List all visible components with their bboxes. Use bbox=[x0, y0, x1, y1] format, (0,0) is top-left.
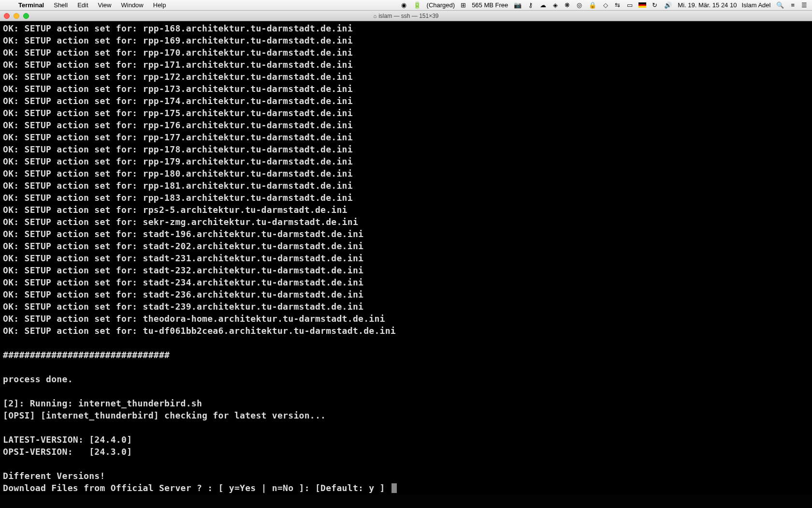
terminal-line: OK: SETUP action set for: stadt-239.arch… bbox=[3, 301, 363, 312]
window-title-text: islam — ssh — 151×39 bbox=[378, 13, 438, 19]
terminal-line: OK: SETUP action set for: sekr-zmg.archi… bbox=[3, 217, 358, 227]
menu-extras-icon[interactable]: ☰ bbox=[800, 1, 808, 9]
terminal-line: OK: SETUP action set for: rpp-172.archit… bbox=[3, 72, 353, 82]
terminal-line: OK: SETUP action set for: rpp-171.archit… bbox=[3, 60, 353, 70]
app-name[interactable]: Terminal bbox=[14, 1, 49, 9]
dropbox-icon[interactable]: ◈ bbox=[552, 1, 559, 9]
terminal-body[interactable]: OK: SETUP action set for: rpp-168.archit… bbox=[0, 21, 812, 495]
terminal-line: OK: SETUP action set for: rpp-179.archit… bbox=[3, 156, 353, 166]
minimize-button[interactable] bbox=[14, 13, 19, 19]
terminal-line: OK: SETUP action set for: rpp-169.archit… bbox=[3, 35, 353, 45]
notifications-icon[interactable]: ≡ bbox=[790, 1, 796, 9]
lock-icon[interactable]: 🔒 bbox=[588, 1, 597, 9]
battery-icon[interactable]: 🔋 bbox=[412, 1, 422, 9]
terminal-line: OK: SETUP action set for: stadt-202.arch… bbox=[3, 241, 363, 251]
terminal-line: OK: SETUP action set for: rpp-178.archit… bbox=[3, 144, 353, 154]
terminal-line: ############################### bbox=[3, 350, 170, 360]
menu-help[interactable]: Help bbox=[148, 1, 171, 9]
terminal-line: OK: SETUP action set for: stadt-232.arch… bbox=[3, 265, 363, 275]
close-button[interactable] bbox=[4, 13, 10, 19]
terminal-line: OK: SETUP action set for: theodora-home.… bbox=[3, 314, 385, 324]
menubar-left: Terminal Shell Edit View Window Help bbox=[4, 1, 171, 9]
terminal-line: OK: SETUP action set for: stadt-234.arch… bbox=[3, 277, 363, 287]
flag-de-icon[interactable] bbox=[638, 2, 646, 8]
terminal-line: process done. bbox=[3, 374, 73, 384]
terminal-line: OK: SETUP action set for: rpp-181.archit… bbox=[3, 180, 353, 191]
camera-icon[interactable]: 📷 bbox=[513, 1, 522, 9]
username[interactable]: Islam Adel bbox=[741, 1, 770, 9]
home-icon: ⌂ bbox=[373, 13, 377, 19]
terminal-line: OPSI-VERSION: [24.3.0] bbox=[3, 447, 132, 457]
spotlight-icon[interactable]: 🔍 bbox=[775, 1, 785, 9]
terminal-line: OK: SETUP action set for: rpp-176.archit… bbox=[3, 120, 353, 130]
menu-edit[interactable]: Edit bbox=[72, 1, 93, 9]
key-icon[interactable]: ⚷ bbox=[527, 1, 534, 9]
terminal-line: OK: SETUP action set for: stadt-196.arch… bbox=[3, 229, 363, 239]
volume-icon[interactable]: 🔊 bbox=[663, 1, 673, 9]
terminal-line: OK: SETUP action set for: rpp-175.archit… bbox=[3, 108, 353, 118]
zoom-button[interactable] bbox=[23, 13, 29, 19]
datetime[interactable]: Mi. 19. Mär. 15 24 10 bbox=[678, 1, 737, 9]
memory-free[interactable]: 565 MB Free bbox=[472, 1, 508, 9]
terminal-prompt[interactable]: Download Files from Official Server ? : … bbox=[3, 483, 391, 493]
menu-shell[interactable]: Shell bbox=[49, 1, 72, 9]
terminal-line: OK: SETUP action set for: rpp-180.archit… bbox=[3, 168, 353, 179]
terminal-line: OK: SETUP action set for: rpp-174.archit… bbox=[3, 96, 353, 106]
sync-icon[interactable]: ◉ bbox=[400, 1, 407, 9]
cloud-icon[interactable]: ☁ bbox=[539, 1, 547, 9]
menubar: Terminal Shell Edit View Window Help ◉ 🔋… bbox=[0, 0, 812, 11]
terminal-line: LATEST-VERSION: [24.4.0] bbox=[3, 434, 132, 445]
terminal-line: OK: SETUP action set for: stadt-236.arch… bbox=[3, 289, 363, 299]
terminal-line: OK: SETUP action set for: rps2-5.archite… bbox=[3, 205, 348, 215]
terminal-line: [2]: Running: internet_thunderbird.sh bbox=[3, 398, 202, 408]
memory-icon[interactable]: ⊞ bbox=[460, 1, 467, 9]
terminal-line: OK: SETUP action set for: stadt-231.arch… bbox=[3, 253, 363, 263]
wifi-icon[interactable]: ◇ bbox=[602, 1, 609, 9]
terminal-line: OK: SETUP action set for: rpp-168.archit… bbox=[3, 23, 353, 33]
menu-view[interactable]: View bbox=[93, 1, 116, 9]
terminal-line: OK: SETUP action set for: rpp-177.archit… bbox=[3, 132, 353, 142]
window-titlebar[interactable]: ⌂ islam — ssh — 151×39 bbox=[0, 11, 812, 21]
terminal-line: OK: SETUP action set for: rpp-183.archit… bbox=[3, 193, 353, 203]
display-icon[interactable]: ▭ bbox=[626, 1, 634, 9]
battery-status[interactable]: (Charged) bbox=[427, 1, 455, 9]
terminal-content-wrapper: OK: SETUP action set for: rpp-168.archit… bbox=[0, 21, 812, 495]
cursor bbox=[392, 483, 397, 493]
network-icon[interactable]: ⇆ bbox=[614, 1, 621, 9]
terminal-line: OK: SETUP action set for: tu-df061bb2cea… bbox=[3, 326, 396, 336]
menubar-right: ◉ 🔋 (Charged) ⊞ 565 MB Free 📷 ⚷ ☁ ◈ ❋ ◎ … bbox=[400, 1, 808, 9]
window-title: ⌂ islam — ssh — 151×39 bbox=[373, 13, 438, 19]
terminal-line: Different Versions! bbox=[3, 471, 105, 481]
evernote-icon[interactable]: ❋ bbox=[564, 1, 571, 9]
terminal-line: OK: SETUP action set for: rpp-170.archit… bbox=[3, 47, 353, 58]
terminal-line: OK: SETUP action set for: rpp-173.archit… bbox=[3, 84, 353, 94]
traffic-lights bbox=[0, 13, 33, 19]
timemachine-icon[interactable]: ↻ bbox=[651, 1, 658, 9]
shield-icon[interactable]: ◎ bbox=[576, 1, 583, 9]
menu-window[interactable]: Window bbox=[116, 1, 148, 9]
terminal-line: [OPSI] [internet_thunderbird] checking f… bbox=[3, 410, 326, 420]
